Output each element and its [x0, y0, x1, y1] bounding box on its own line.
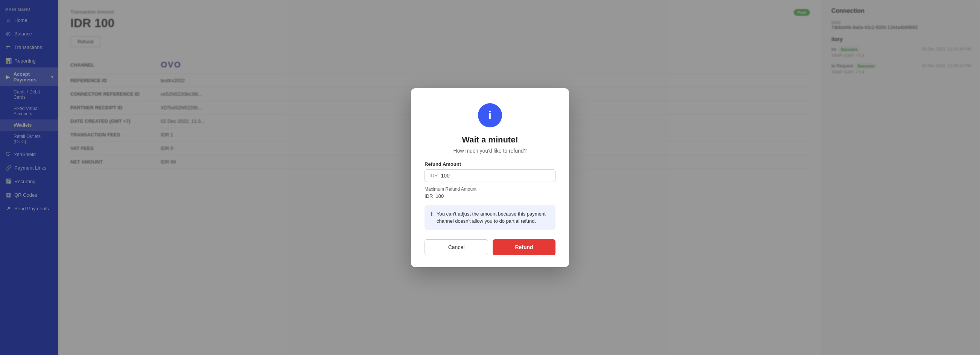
- refund-modal: i Wait a minute! How much you'd like to …: [411, 88, 569, 267]
- refund-confirm-button[interactable]: Refund: [493, 239, 555, 255]
- modal-buttons: Cancel Refund: [425, 239, 555, 255]
- cancel-button[interactable]: Cancel: [425, 239, 488, 255]
- refund-amount-input[interactable]: [441, 173, 550, 179]
- info-box-text: You can't adjust the amount because this…: [437, 210, 549, 225]
- max-refund-value: IDR 100: [425, 193, 555, 199]
- modal-info-icon: i: [478, 103, 502, 127]
- refund-amount-input-wrap: IDR: [425, 169, 555, 182]
- refund-amount-label: Refund Amount: [425, 161, 555, 167]
- max-refund-label: Maximum Refund Amount: [425, 187, 555, 192]
- modal-title: Wait a minute!: [425, 135, 555, 145]
- modal-subtitle: How much you'd like to refund?: [425, 148, 555, 154]
- info-box: ℹ You can't adjust the amount because th…: [425, 205, 555, 230]
- refund-currency-label: IDR: [430, 173, 438, 178]
- modal-overlay: i Wait a minute! How much you'd like to …: [0, 0, 980, 355]
- info-icon: ℹ: [431, 211, 433, 218]
